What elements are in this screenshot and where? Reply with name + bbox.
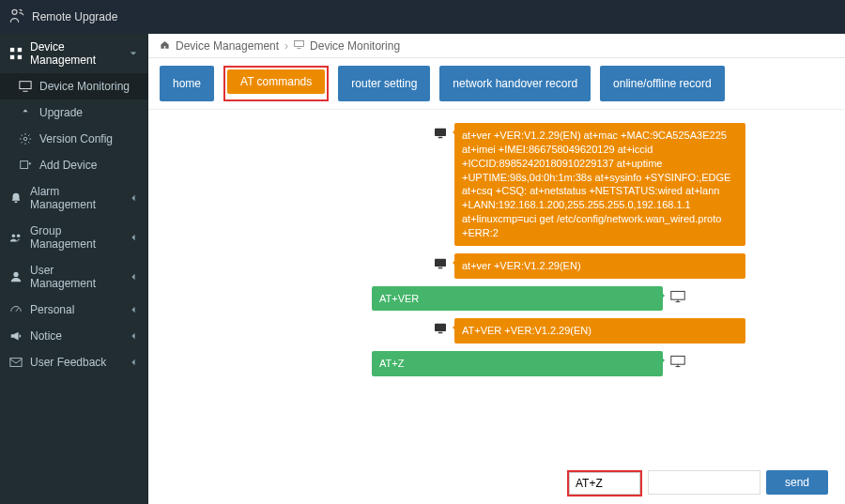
svg-point-8 (12, 235, 16, 238)
sidebar-item-personal[interactable]: Personal (0, 297, 148, 323)
svg-point-0 (12, 9, 17, 14)
sidebar-item-version-config[interactable]: Version Config (0, 126, 148, 152)
sidebar-item-device-management[interactable]: Device Management (0, 34, 148, 73)
sidebar: Device Management Device Monitoring Upgr… (0, 34, 148, 504)
chevron-left-icon (130, 356, 139, 369)
sidebar-item-upgrade[interactable]: Upgrade (0, 99, 148, 126)
svg-point-9 (17, 235, 21, 238)
upload-icon (19, 106, 32, 119)
chevron-left-icon (130, 270, 139, 283)
app-title: Remote Upgrade (32, 10, 117, 23)
message-bubble: AT+Z (372, 351, 663, 376)
message-bubble: AT+VER +VER:V1.2.29(EN) (454, 318, 745, 344)
tab-router-setting[interactable]: router setting (338, 66, 430, 101)
svg-rect-12 (295, 40, 304, 46)
tab-network-handover-record[interactable]: network handover record (439, 66, 591, 101)
svg-rect-20 (671, 357, 684, 365)
grid-icon (9, 47, 23, 60)
highlight-frame (567, 470, 642, 496)
chat-log: at+ver +VER:V1.2.29(EN) at+mac +MAC:9CA5… (432, 123, 826, 504)
sidebar-item-user-management[interactable]: User Management (0, 257, 148, 297)
device-avatar-icon (432, 125, 449, 142)
pc-icon (670, 290, 685, 303)
command-input-bar: send (567, 470, 828, 496)
svg-point-10 (13, 272, 18, 277)
tab-home[interactable]: home (160, 66, 214, 101)
tabs-row: home AT commands router setting network … (148, 58, 845, 110)
message-sent: AT+Z (372, 351, 826, 376)
svg-rect-14 (438, 137, 443, 139)
users-icon (9, 231, 23, 244)
sidebar-item-group-management[interactable]: Group Management (0, 218, 148, 257)
svg-rect-13 (435, 129, 446, 136)
message-bubble: at+ver +VER:V1.2.29(EN) (454, 253, 745, 279)
svg-rect-19 (438, 332, 443, 334)
main-panel: Device Management › Device Monitoring ho… (148, 34, 845, 504)
message-received: at+ver +VER:V1.2.29(EN) (432, 253, 826, 279)
sidebar-item-notice[interactable]: Notice (0, 323, 148, 349)
svg-point-6 (23, 137, 27, 141)
sidebar-item-alarm-management[interactable]: Alarm Management (0, 178, 148, 218)
svg-rect-1 (10, 48, 14, 52)
device-avatar-icon (432, 320, 449, 337)
breadcrumb-root[interactable]: Device Management (176, 39, 279, 53)
message-bubble: AT+VER (372, 286, 663, 312)
breadcrumb: Device Management › Device Monitoring (148, 34, 845, 58)
command-extra-input[interactable] (648, 470, 760, 495)
megaphone-icon (9, 329, 23, 343)
tab-at-commands[interactable]: AT commands (227, 69, 325, 94)
breadcrumb-current: Device Monitoring (310, 39, 400, 53)
command-input[interactable] (569, 472, 640, 495)
monitor-icon (19, 80, 32, 93)
svg-rect-17 (671, 291, 684, 299)
user-icon (9, 270, 23, 283)
chevron-down-icon (130, 47, 139, 60)
chevron-left-icon (130, 191, 139, 205)
send-button[interactable]: send (766, 470, 828, 495)
message-bubble: at+ver +VER:V1.2.29(EN) at+mac +MAC:9CA5… (454, 123, 745, 246)
svg-rect-4 (18, 55, 22, 59)
message-received: AT+VER +VER:V1.2.29(EN) (432, 318, 826, 344)
sidebar-item-add-device[interactable]: Add Device (0, 152, 148, 178)
app-logo-icon (8, 7, 26, 28)
svg-rect-5 (20, 82, 31, 89)
svg-rect-7 (21, 161, 28, 169)
monitor-icon (294, 39, 304, 53)
bell-icon (9, 191, 23, 205)
home-icon (160, 39, 170, 53)
gear-icon (19, 132, 32, 145)
sidebar-item-user-feedback[interactable]: User Feedback (0, 349, 148, 375)
dashboard-icon (9, 303, 23, 316)
svg-rect-16 (438, 267, 443, 269)
sidebar-item-device-monitoring[interactable]: Device Monitoring (0, 73, 148, 99)
mail-icon (9, 356, 23, 369)
svg-rect-2 (18, 48, 22, 52)
svg-rect-15 (435, 259, 446, 267)
message-sent: AT+VER (372, 286, 826, 312)
chevron-left-icon (130, 303, 139, 316)
highlight-frame: AT commands (223, 66, 329, 101)
chevron-left-icon (130, 329, 139, 343)
message-received: at+ver +VER:V1.2.29(EN) at+mac +MAC:9CA5… (432, 123, 826, 246)
device-avatar-icon (432, 255, 449, 272)
plus-device-icon (19, 159, 32, 172)
top-bar: Remote Upgrade (0, 0, 845, 34)
chevron-left-icon (130, 231, 139, 244)
pc-icon (670, 355, 685, 368)
svg-rect-3 (10, 55, 14, 59)
svg-rect-18 (435, 324, 446, 331)
svg-rect-11 (10, 359, 22, 367)
tab-online-offline-record[interactable]: online/offline record (600, 66, 725, 101)
